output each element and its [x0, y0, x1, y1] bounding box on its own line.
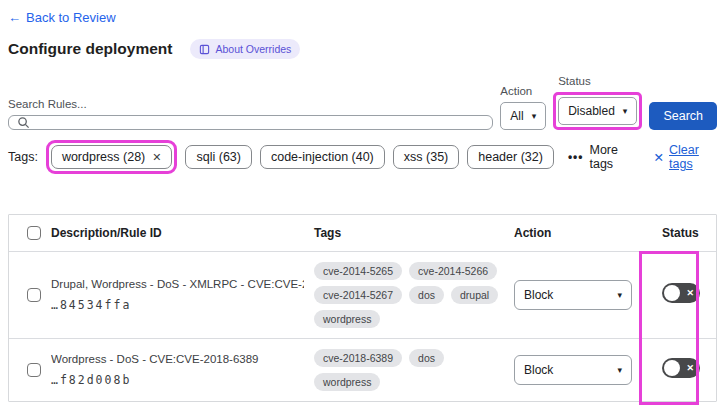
checkbox-cell: [9, 288, 51, 302]
clear-tags-link[interactable]: ✕ Clear tags: [654, 143, 717, 171]
action-select-value: Block: [524, 363, 553, 377]
status-cell: ✕: [654, 283, 716, 307]
search-input[interactable]: [8, 115, 493, 130]
action-select[interactable]: Block▾: [514, 355, 632, 385]
table-row: Wordpress - DoS - CVE:CVE-2018-6389…f82d…: [9, 339, 716, 401]
back-link-label: Back to Review: [26, 10, 116, 25]
tag-filter-wordpress[interactable]: wordpress (28) ✕: [51, 145, 173, 169]
rule-description: Wordpress - DoS - CVE:CVE-2018-6389: [51, 353, 304, 365]
filter-tag-list: sqli (63)code-injection (40)xss (35)head…: [185, 145, 553, 169]
toggle-off-icon: ✕: [686, 288, 694, 298]
ellipsis-icon: •••: [568, 150, 584, 164]
toggle-knob: [664, 360, 680, 376]
table-header-row: Description/Rule ID Tags Action Status: [9, 215, 716, 252]
table-row: Drupal, Wordpress - DoS - XMLRPC - CVE:C…: [9, 252, 716, 339]
rule-tag: cve-2018-6389: [314, 349, 402, 367]
back-to-review-link[interactable]: ← Back to Review: [8, 10, 116, 25]
more-tags-button[interactable]: ••• More tags: [568, 143, 636, 171]
status-toggle[interactable]: ✕: [662, 283, 700, 303]
filter-row: Search Rules... Action All ▾ Status Disa…: [8, 75, 717, 130]
title-row: Configure deployment About Overrides: [8, 39, 717, 59]
tags-label: Tags:: [8, 150, 38, 164]
rule-tag: dos: [409, 349, 444, 367]
tags-bar: Tags: wordpress (28) ✕ sqli (63)code-inj…: [8, 140, 717, 174]
status-dropdown[interactable]: Disabled ▾: [558, 97, 637, 125]
search-icon: [17, 116, 30, 129]
rule-tag: wordpress: [314, 373, 380, 391]
clear-tags-label: Clear tags: [669, 143, 717, 171]
action-value: All: [510, 109, 523, 123]
action-cell: Block▾: [514, 355, 654, 385]
tag-filter[interactable]: xss (35): [393, 145, 459, 169]
tag-filter[interactable]: sqli (63): [185, 145, 251, 169]
tag-filter-label: wordpress (28): [62, 150, 145, 164]
chevron-down-icon: ▾: [617, 290, 622, 300]
rule-tag: cve-2014-5267: [314, 286, 402, 304]
row-checkbox[interactable]: [27, 363, 41, 377]
action-select[interactable]: Block▾: [514, 280, 632, 310]
toggle-knob: [664, 285, 680, 301]
action-dropdown[interactable]: All ▾: [500, 102, 546, 130]
remove-tag-icon[interactable]: ✕: [152, 151, 161, 164]
more-tags-label: More tags: [589, 143, 635, 171]
page-title: Configure deployment: [8, 40, 172, 58]
rule-tag: dos: [409, 286, 444, 304]
chevron-down-icon: ▾: [617, 365, 622, 375]
rule-tags-cell: cve-2018-6389doswordpress: [314, 339, 514, 401]
search-button[interactable]: Search: [649, 102, 717, 130]
rule-tag: cve-2014-5266: [409, 262, 497, 280]
about-badge-label: About Overrides: [215, 43, 291, 55]
back-arrow-icon: ←: [8, 10, 21, 25]
chevron-down-icon: ▾: [532, 111, 537, 121]
column-header-tags: Tags: [314, 215, 514, 251]
status-label: Status: [558, 75, 642, 87]
tag-filter[interactable]: code-injection (40): [260, 145, 385, 169]
chevron-down-icon: ▾: [623, 106, 628, 116]
search-rules-label: Search Rules...: [8, 98, 493, 110]
row-checkbox[interactable]: [27, 288, 41, 302]
status-cell: ✕: [654, 358, 716, 382]
select-all-checkbox[interactable]: [27, 226, 41, 240]
clear-x-icon: ✕: [654, 150, 664, 165]
tag-filter[interactable]: header (32): [467, 145, 554, 169]
action-cell: Block▾: [514, 280, 654, 310]
status-value: Disabled: [568, 104, 615, 118]
configure-deployment-page: ← Back to Review Configure deployment Ab…: [0, 0, 725, 406]
toggle-off-icon: ✕: [686, 363, 694, 373]
book-icon: [199, 44, 210, 55]
column-header-description: Description/Rule ID: [51, 215, 314, 251]
description-cell: Drupal, Wordpress - DoS - XMLRPC - CVE:C…: [51, 266, 314, 324]
rule-tag: drupal: [451, 286, 498, 304]
column-header-action: Action: [514, 215, 654, 251]
rules-table: Description/Rule ID Tags Action Status D…: [8, 214, 717, 402]
rule-tag: wordpress: [314, 310, 380, 328]
rule-description: Drupal, Wordpress - DoS - XMLRPC - CVE:C…: [51, 278, 304, 290]
rule-tag: cve-2014-5265: [314, 262, 402, 280]
rule-id: …84534ffa: [51, 298, 304, 312]
about-overrides-badge[interactable]: About Overrides: [190, 39, 300, 59]
table-body: Drupal, Wordpress - DoS - XMLRPC - CVE:C…: [9, 252, 716, 401]
rule-tags-cell: cve-2014-5265cve-2014-5266cve-2014-5267d…: [314, 252, 514, 338]
highlight-box-status-dropdown: Disabled ▾: [553, 92, 642, 130]
column-header-status: Status: [654, 215, 716, 251]
checkbox-cell: [9, 363, 51, 377]
rule-id: …f82d008b: [51, 373, 304, 387]
description-cell: Wordpress - DoS - CVE:CVE-2018-6389…f82d…: [51, 341, 314, 399]
action-select-value: Block: [524, 288, 553, 302]
status-toggle[interactable]: ✕: [662, 358, 700, 378]
highlight-box-selected-tag: wordpress (28) ✕: [46, 140, 178, 174]
action-label: Action: [500, 85, 546, 97]
